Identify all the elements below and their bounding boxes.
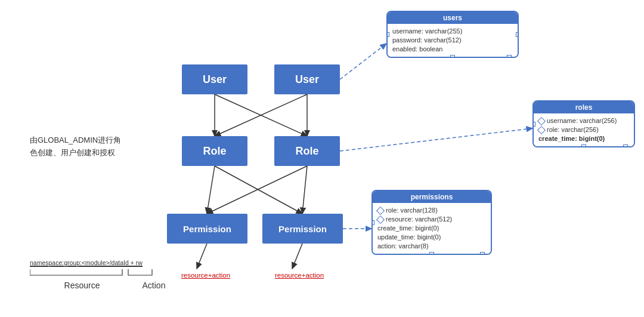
svg-line-1 bbox=[215, 94, 307, 136]
svg-line-2 bbox=[215, 94, 307, 136]
table-row: username: varchar(255) bbox=[392, 26, 513, 35]
handle-bottom-right bbox=[480, 252, 485, 255]
table-row: action: varchar(8) bbox=[377, 241, 486, 250]
users-table: users username: varchar(255) password: v… bbox=[386, 11, 519, 58]
roles-table: roles username: varchar(256) role: varch… bbox=[532, 100, 635, 147]
table-row: resource: varchar(512) bbox=[377, 214, 486, 223]
handle-left bbox=[532, 122, 535, 127]
users-table-title: users bbox=[443, 14, 462, 22]
node-role2: Role bbox=[274, 136, 340, 166]
node-user2-label: User bbox=[295, 73, 319, 86]
node-perm1-label: Permission bbox=[183, 224, 231, 234]
table-row: password: varchar(512) bbox=[392, 35, 513, 44]
handle-bottom bbox=[450, 55, 455, 58]
handle-right bbox=[516, 32, 519, 37]
diamond-icon bbox=[537, 117, 546, 125]
table-row: update_time: bigint(0) bbox=[377, 232, 486, 241]
svg-line-9 bbox=[292, 244, 302, 269]
svg-line-7 bbox=[302, 166, 307, 214]
table-row: enabled: boolean bbox=[392, 44, 513, 53]
table-row: username: varchar(256) bbox=[538, 116, 629, 125]
node-user1-label: User bbox=[203, 73, 227, 86]
svg-line-8 bbox=[197, 244, 207, 269]
users-table-header: users bbox=[388, 12, 518, 24]
svg-line-10 bbox=[340, 44, 386, 79]
handle-left bbox=[371, 220, 374, 225]
svg-line-6 bbox=[207, 166, 307, 214]
node-perm1: Permission bbox=[167, 214, 247, 244]
node-user2: User bbox=[274, 64, 340, 94]
table-row: create_time: bigint(0) bbox=[377, 223, 486, 232]
table-row: create_time: bigint(0) bbox=[538, 134, 629, 143]
handle-left bbox=[386, 32, 389, 37]
node-role1-label: Role bbox=[203, 145, 226, 158]
node-user1: User bbox=[182, 64, 247, 94]
roles-table-body: username: varchar(256) role: varchar(256… bbox=[534, 113, 634, 146]
handle-bottom bbox=[429, 252, 434, 255]
diamond-icon bbox=[537, 126, 546, 134]
svg-line-5 bbox=[215, 166, 302, 214]
permissions-table-title: permissions bbox=[411, 193, 453, 201]
resource-action-label-2: resource+action bbox=[264, 272, 335, 279]
table-row: role: varchar(128) bbox=[377, 205, 486, 214]
permissions-table-header: permissions bbox=[373, 191, 491, 203]
diamond-icon bbox=[376, 216, 385, 224]
roles-table-header: roles bbox=[534, 101, 634, 113]
handle-bottom-right bbox=[623, 144, 628, 147]
diagram-container: User User Role Role Permission Permissio… bbox=[0, 0, 644, 317]
roles-table-title: roles bbox=[575, 103, 593, 112]
handle-bottom bbox=[581, 144, 586, 147]
bottom-resource-label: Resource bbox=[30, 281, 134, 290]
node-role2-label: Role bbox=[295, 145, 318, 158]
handle-bottom-right bbox=[507, 55, 512, 58]
table-row: role: varchar(256) bbox=[538, 125, 629, 134]
permissions-table-body: role: varchar(128) resource: varchar(512… bbox=[373, 203, 491, 254]
left-label: 由GLOBAL_ADMIN进行角色创建、用户创建和授权 bbox=[30, 134, 128, 159]
svg-line-11 bbox=[340, 128, 532, 151]
diamond-icon bbox=[376, 207, 385, 215]
node-perm2-label: Permission bbox=[278, 224, 327, 234]
node-perm2: Permission bbox=[262, 214, 343, 244]
svg-line-4 bbox=[207, 166, 215, 214]
node-role1: Role bbox=[182, 136, 247, 166]
permissions-table: permissions role: varchar(128) resource:… bbox=[371, 190, 492, 255]
users-table-body: username: varchar(255) password: varchar… bbox=[388, 24, 518, 57]
bottom-action-label: Action bbox=[130, 281, 178, 290]
